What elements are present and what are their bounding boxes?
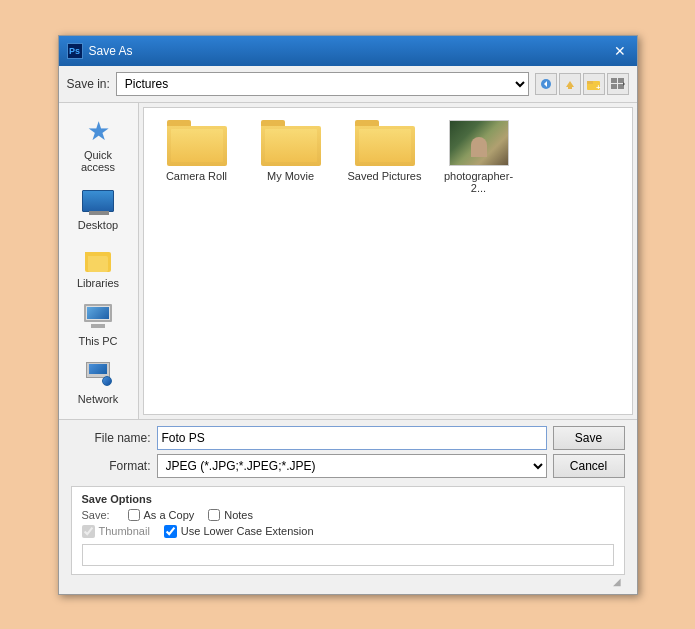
- as-copy-label: As a Copy: [144, 509, 195, 521]
- format-label: Format:: [71, 459, 151, 473]
- photo-thumbnail: [449, 120, 509, 166]
- close-button[interactable]: ✕: [611, 42, 629, 60]
- extra-input[interactable]: [82, 544, 614, 566]
- folder-icon: [167, 120, 227, 166]
- svg-rect-3: [568, 86, 572, 89]
- save-row: File name: Format: JPEG (*.JPG;*.JPEG;*.…: [71, 426, 625, 482]
- desktop-icon: [82, 185, 114, 217]
- filename-row: File name:: [71, 426, 547, 450]
- thumbnail-label: Thumbnail: [99, 525, 150, 537]
- svg-text:+: +: [596, 83, 601, 90]
- thumbnail-row: Thumbnail Use Lower Case Extension: [82, 525, 614, 538]
- save-options-panel: Save Options Save: As a Copy Notes: [71, 486, 625, 575]
- new-folder-button[interactable]: +: [583, 73, 605, 95]
- form-fields: File name: Format: JPEG (*.JPG;*.JPEG;*.…: [71, 426, 547, 482]
- svg-rect-9: [611, 84, 617, 89]
- network-icon: [82, 359, 114, 391]
- notes-checkbox-label[interactable]: Notes: [208, 509, 253, 521]
- lowercase-checkbox-label[interactable]: Use Lower Case Extension: [164, 525, 314, 538]
- action-buttons: Save Cancel: [553, 426, 625, 478]
- sidebar-item-libraries[interactable]: Libraries: [62, 239, 134, 293]
- save-checkboxes: As a Copy Notes: [128, 509, 254, 521]
- title-bar: Ps Save As ✕: [59, 36, 637, 66]
- list-item[interactable]: Camera Roll: [152, 116, 242, 198]
- svg-rect-5: [587, 81, 593, 84]
- ps-app-icon: Ps: [67, 43, 83, 59]
- notes-checkbox[interactable]: [208, 509, 220, 521]
- sidebar-item-quick-access[interactable]: ★ Quick access: [62, 111, 134, 177]
- title-bar-left: Ps Save As: [67, 43, 133, 59]
- toolbar: Save in: Pictures +: [59, 66, 637, 103]
- list-item[interactable]: Saved Pictures: [340, 116, 430, 198]
- sidebar-item-label: Libraries: [77, 277, 119, 289]
- sidebar: ★ Quick access Desktop Librari: [59, 103, 139, 419]
- save-in-label: Save in:: [67, 77, 110, 91]
- thumbnail-checkbox[interactable]: [82, 525, 95, 538]
- lowercase-checkbox[interactable]: [164, 525, 177, 538]
- notes-label: Notes: [224, 509, 253, 521]
- file-area: Camera Roll My Movie: [143, 107, 633, 415]
- up-button[interactable]: [559, 73, 581, 95]
- main-content: ★ Quick access Desktop Librari: [59, 103, 637, 419]
- list-item[interactable]: My Movie: [246, 116, 336, 198]
- save-sublabel: Save:: [82, 509, 128, 521]
- format-row: Format: JPEG (*.JPG;*.JPEG;*.JPE): [71, 454, 547, 478]
- file-label: photographer-2...: [438, 170, 520, 194]
- folder-icon: [261, 120, 321, 166]
- save-label-row: Save: As a Copy Notes: [82, 509, 614, 521]
- lowercase-label: Use Lower Case Extension: [181, 525, 314, 537]
- back-button[interactable]: [535, 73, 557, 95]
- dialog-title: Save As: [89, 44, 133, 58]
- format-select[interactable]: JPEG (*.JPG;*.JPEG;*.JPE): [157, 454, 547, 478]
- sidebar-item-desktop[interactable]: Desktop: [62, 181, 134, 235]
- sidebar-item-this-pc[interactable]: This PC: [62, 297, 134, 351]
- as-copy-checkbox-label[interactable]: As a Copy: [128, 509, 195, 521]
- quick-access-icon: ★: [82, 115, 114, 147]
- list-item[interactable]: photographer-2...: [434, 116, 524, 198]
- save-button[interactable]: Save: [553, 426, 625, 450]
- save-in-select[interactable]: Pictures: [116, 72, 529, 96]
- sidebar-item-label: Network: [78, 393, 118, 405]
- svg-rect-7: [611, 78, 617, 83]
- sidebar-item-label: Desktop: [78, 219, 118, 231]
- this-pc-icon: [82, 301, 114, 333]
- as-copy-checkbox[interactable]: [128, 509, 140, 521]
- file-label: My Movie: [267, 170, 314, 182]
- libraries-icon: [82, 243, 114, 275]
- cancel-button[interactable]: Cancel: [553, 454, 625, 478]
- resize-handle: ◢: [71, 575, 625, 588]
- filename-label: File name:: [71, 431, 151, 445]
- bottom-panel: File name: Format: JPEG (*.JPG;*.JPEG;*.…: [59, 419, 637, 594]
- folder-icon: [355, 120, 415, 166]
- sidebar-item-label: Quick access: [68, 149, 128, 173]
- sidebar-item-network[interactable]: Network: [62, 355, 134, 409]
- file-label: Camera Roll: [166, 170, 227, 182]
- toolbar-icons: +: [535, 73, 629, 95]
- sidebar-item-label: This PC: [78, 335, 117, 347]
- views-button[interactable]: [607, 73, 629, 95]
- file-label: Saved Pictures: [348, 170, 422, 182]
- thumbnail-checkbox-label[interactable]: Thumbnail: [82, 525, 150, 538]
- save-options-title: Save Options: [82, 493, 614, 505]
- save-as-dialog: Ps Save As ✕ Save in: Pictures +: [58, 35, 638, 595]
- filename-input[interactable]: [157, 426, 547, 450]
